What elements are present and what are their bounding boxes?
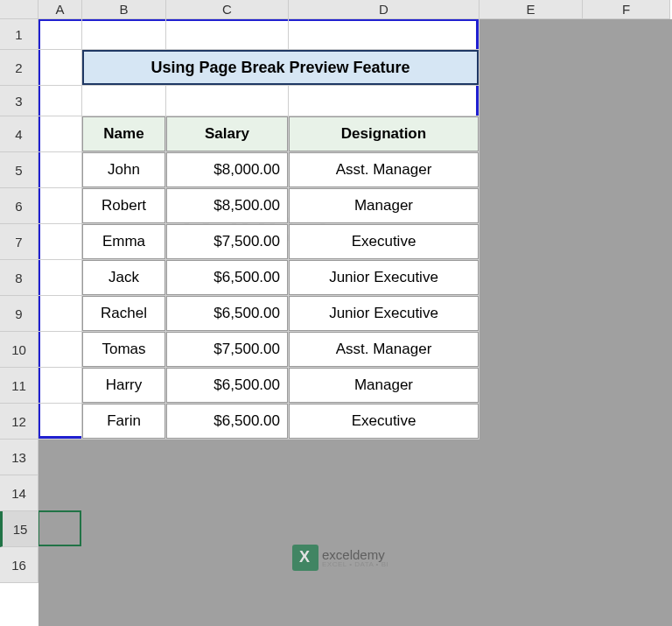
cell[interactable] xyxy=(38,50,82,86)
select-all-corner[interactable] xyxy=(0,0,38,19)
row-header-8[interactable]: 8 xyxy=(0,260,38,296)
cell-name[interactable]: Tomas xyxy=(82,332,165,367)
row-header-13[interactable]: 13 xyxy=(0,440,38,475)
cell[interactable] xyxy=(38,332,82,368)
row-header-9[interactable]: 9 xyxy=(0,296,38,332)
row-header-11[interactable]: 11 xyxy=(0,368,38,404)
row-headers-col: 12345678910111213141516 xyxy=(0,19,38,583)
exceldemy-logo: exceldemy EXCEL • DATA • BI xyxy=(292,545,388,571)
cell-name[interactable]: Farin xyxy=(82,404,165,439)
col-header-B[interactable]: B xyxy=(82,0,166,19)
cell[interactable] xyxy=(82,86,166,116)
logo-main-text: exceldemy xyxy=(322,548,388,561)
title-cell[interactable]: Using Page Break Preview Feature xyxy=(82,50,479,85)
cell[interactable] xyxy=(38,152,82,188)
cell-cursor xyxy=(38,510,81,546)
column-headers-row: ABCDEF xyxy=(0,0,670,19)
row-header-16[interactable]: 16 xyxy=(0,547,38,583)
spreadsheet: ABCDEF 12345678910111213141516 Page 1 ex… xyxy=(0,0,672,626)
header-salary[interactable]: Salary xyxy=(166,116,288,151)
col-header-F[interactable]: F xyxy=(583,0,670,19)
cell-salary[interactable]: $6,500.00 xyxy=(166,368,288,403)
cell-designation[interactable]: Junior Executive xyxy=(289,260,479,295)
cell[interactable] xyxy=(166,19,289,50)
row-header-6[interactable]: 6 xyxy=(0,188,38,224)
col-header-D[interactable]: D xyxy=(289,0,480,19)
cell-salary[interactable]: $6,500.00 xyxy=(166,260,288,295)
cell-designation[interactable]: Manager xyxy=(289,368,479,403)
cell[interactable] xyxy=(38,224,82,260)
header-name[interactable]: Name xyxy=(82,116,165,151)
cell[interactable] xyxy=(82,19,166,50)
col-header-C[interactable]: C xyxy=(166,0,289,19)
cell-salary[interactable]: $7,500.00 xyxy=(166,224,288,259)
cell[interactable] xyxy=(38,86,82,116)
header-designation[interactable]: Designation xyxy=(289,116,479,151)
cell[interactable] xyxy=(38,188,82,224)
cell[interactable] xyxy=(38,368,82,404)
excel-icon xyxy=(292,545,318,571)
col-header-A[interactable]: A xyxy=(38,0,82,19)
cell-name[interactable]: Rachel xyxy=(82,296,165,331)
cell-designation[interactable]: Manager xyxy=(289,188,479,223)
cell[interactable] xyxy=(38,404,82,440)
cell-salary[interactable]: $6,500.00 xyxy=(166,296,288,331)
cell-salary[interactable]: $8,500.00 xyxy=(166,188,288,223)
row-header-1[interactable]: 1 xyxy=(0,19,38,50)
row-header-12[interactable]: 12 xyxy=(0,404,38,440)
row-header-2[interactable]: 2 xyxy=(0,50,38,86)
cell[interactable] xyxy=(38,19,82,50)
cell-designation[interactable]: Asst. Manager xyxy=(289,152,479,187)
cell-designation[interactable]: Junior Executive xyxy=(289,296,479,331)
cell-name[interactable]: Robert xyxy=(82,188,165,223)
cell-salary[interactable]: $7,500.00 xyxy=(166,332,288,367)
logo-sub-text: EXCEL • DATA • BI xyxy=(322,561,388,568)
cell-name[interactable]: Harry xyxy=(82,368,165,403)
cell[interactable] xyxy=(38,116,82,152)
cell-salary[interactable]: $6,500.00 xyxy=(166,404,288,439)
row-header-4[interactable]: 4 xyxy=(0,116,38,152)
row-header-7[interactable]: 7 xyxy=(0,224,38,260)
cell[interactable] xyxy=(289,86,480,116)
row-header-10[interactable]: 10 xyxy=(0,332,38,368)
cell[interactable] xyxy=(289,19,480,50)
cell-designation[interactable]: Asst. Manager xyxy=(289,332,479,367)
grid-area[interactable]: Page 1 exceldemy EXCEL • DATA • BI Using… xyxy=(38,19,672,626)
cell-salary[interactable]: $8,000.00 xyxy=(166,152,288,187)
cell[interactable] xyxy=(38,296,82,332)
row-header-14[interactable]: 14 xyxy=(0,475,38,511)
cell-name[interactable]: Emma xyxy=(82,224,165,259)
col-header-E[interactable]: E xyxy=(480,0,583,19)
cell-name[interactable]: Jack xyxy=(82,260,165,295)
row-header-15[interactable]: 15 xyxy=(0,511,38,547)
cell-name[interactable]: John xyxy=(82,152,165,187)
row-header-5[interactable]: 5 xyxy=(0,152,38,188)
cell-designation[interactable]: Executive xyxy=(289,404,479,439)
cell[interactable] xyxy=(166,86,289,116)
row-header-3[interactable]: 3 xyxy=(0,86,38,116)
cell[interactable] xyxy=(38,260,82,296)
cell-designation[interactable]: Executive xyxy=(289,224,479,259)
